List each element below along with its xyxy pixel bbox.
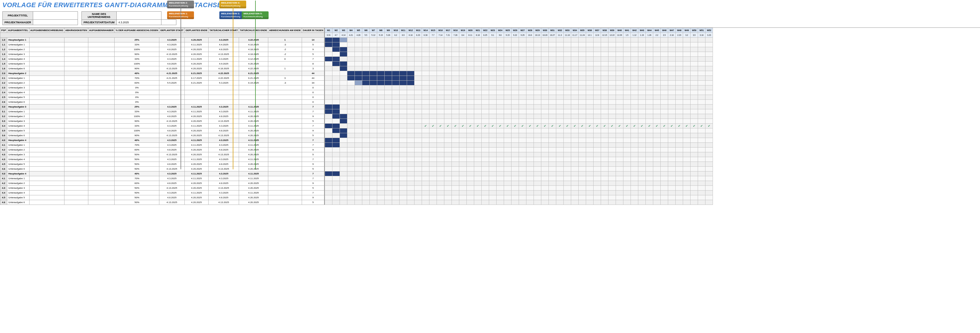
cell[interactable] xyxy=(64,176,88,181)
cell[interactable] xyxy=(239,90,268,95)
cell[interactable]: 90% xyxy=(115,66,159,71)
cell[interactable]: Unteraufgabe 4 xyxy=(7,57,30,62)
cell[interactable]: 4.3.2025 xyxy=(208,57,239,62)
cell[interactable] xyxy=(64,71,88,76)
cell[interactable] xyxy=(185,85,208,90)
cell[interactable]: 4.20.2025 xyxy=(239,152,268,157)
cell[interactable]: 4.20.2025 xyxy=(239,200,268,205)
cell[interactable] xyxy=(268,191,302,195)
cell[interactable] xyxy=(29,47,64,52)
cell[interactable]: 4.20.2025 xyxy=(185,148,208,152)
cell[interactable]: 100% xyxy=(115,128,159,133)
cell[interactable]: 5 xyxy=(302,52,324,57)
cell[interactable]: 1 xyxy=(268,66,302,71)
cell[interactable] xyxy=(64,95,88,100)
cell[interactable]: 50% xyxy=(115,167,159,171)
cell[interactable]: 4.3.2025 xyxy=(159,176,185,181)
cell[interactable] xyxy=(88,114,115,119)
cell[interactable] xyxy=(239,100,268,105)
cell[interactable]: 6.21.2025 xyxy=(185,81,208,85)
cell[interactable] xyxy=(185,95,208,100)
cell[interactable] xyxy=(29,109,64,114)
cell[interactable] xyxy=(64,191,88,195)
cell[interactable]: 4.18.2025 xyxy=(239,47,268,52)
cell[interactable]: 33% xyxy=(115,42,159,47)
cell[interactable] xyxy=(64,109,88,114)
task-row[interactable]: 4.2Unteraufgabe 260%4.8.20254.20.20254.8… xyxy=(0,181,325,186)
cell[interactable]: Hauptaufgabe 1 xyxy=(7,38,30,42)
cell[interactable]: 5 xyxy=(302,200,324,205)
cell[interactable]: 7 xyxy=(302,57,324,62)
cell[interactable]: 2.6 xyxy=(0,100,7,105)
cell[interactable]: Unteraufgabe 2 xyxy=(7,81,30,85)
cell[interactable]: 0 xyxy=(302,90,324,95)
cell[interactable]: 3 xyxy=(268,76,302,81)
cell[interactable]: Unteraufgabe 1 xyxy=(7,109,30,114)
cell[interactable]: 4.13.2025 xyxy=(208,133,239,138)
cell[interactable] xyxy=(88,195,115,200)
cell[interactable]: Unteraufgabe 1 xyxy=(7,176,30,181)
cell[interactable] xyxy=(64,128,88,133)
cell[interactable]: -3 xyxy=(268,81,302,85)
cell[interactable] xyxy=(268,62,302,66)
cell[interactable] xyxy=(64,133,88,138)
cell[interactable] xyxy=(268,148,302,152)
cell[interactable]: 60% xyxy=(115,81,159,85)
cell[interactable] xyxy=(29,152,64,157)
meta-value-project-title[interactable] xyxy=(33,12,78,20)
cell[interactable]: 0% xyxy=(115,100,159,105)
cell[interactable]: Unteraufgabe 3 xyxy=(7,152,30,157)
cell[interactable]: 4.13.2025 xyxy=(208,152,239,157)
cell[interactable] xyxy=(268,176,302,181)
cell[interactable]: 1 xyxy=(268,38,302,42)
cell[interactable]: 4.13.2025 xyxy=(208,167,239,171)
cell[interactable] xyxy=(88,133,115,138)
cell[interactable]: 4.20.2025 xyxy=(239,162,268,167)
cell[interactable] xyxy=(88,100,115,105)
cell[interactable] xyxy=(88,71,115,76)
cell[interactable]: 25% xyxy=(115,105,159,109)
cell[interactable]: 4.3 xyxy=(0,186,7,191)
cell[interactable]: 4.4 xyxy=(0,191,7,195)
cell[interactable] xyxy=(239,85,268,90)
cell[interactable] xyxy=(29,62,64,66)
cell[interactable]: 90% xyxy=(115,133,159,138)
cell[interactable] xyxy=(88,42,115,47)
cell[interactable]: 40% xyxy=(115,138,159,143)
cell[interactable]: Unteraufgabe 4 xyxy=(7,124,30,128)
cell[interactable]: Hauptaufgabe 2 xyxy=(7,71,30,76)
cell[interactable]: 4.0 xyxy=(0,171,7,176)
cell[interactable] xyxy=(64,47,88,52)
cell[interactable] xyxy=(64,148,88,152)
cell[interactable]: 1.2 xyxy=(0,47,7,52)
cell[interactable]: 60% xyxy=(115,148,159,152)
task-row[interactable]: 4.2Unteraufgabe 260%4.8.20254.20.20254.8… xyxy=(0,148,325,152)
cell[interactable] xyxy=(88,157,115,162)
task-row[interactable]: 4.3Unteraufgabe 450%4.3.20254.11.20254.3… xyxy=(0,157,325,162)
cell[interactable]: 100% xyxy=(115,62,159,66)
cell[interactable]: 9 xyxy=(302,195,324,200)
task-row[interactable]: 4.6Unteraufgabe 650%4.13.20254.20.20254.… xyxy=(0,200,325,205)
cell[interactable]: 9 xyxy=(302,162,324,167)
cell[interactable]: 4.20.2025 xyxy=(185,186,208,191)
cell[interactable]: 5 xyxy=(302,119,324,124)
cell[interactable]: 4.20.2025 xyxy=(239,119,268,124)
cell[interactable]: -2 xyxy=(268,47,302,52)
cell[interactable]: 4.11.2025 xyxy=(185,124,208,128)
cell[interactable]: 50% xyxy=(115,152,159,157)
cell[interactable] xyxy=(268,167,302,171)
task-row[interactable]: 1.2Unteraufgabe 2100%4.8.20254.20.20254.… xyxy=(0,47,325,52)
cell[interactable]: 4.12.2025 xyxy=(239,57,268,62)
cell[interactable] xyxy=(268,162,302,167)
cell[interactable]: 4.20.2025 xyxy=(185,133,208,138)
cell[interactable] xyxy=(268,133,302,138)
cell[interactable]: 4.20.2025 xyxy=(185,162,208,167)
cell[interactable] xyxy=(88,105,115,109)
cell[interactable]: 50% xyxy=(115,191,159,195)
cell[interactable]: 4.3.2025 xyxy=(208,171,239,176)
cell[interactable]: 44 xyxy=(302,76,324,81)
cell[interactable]: 6.21.2025 xyxy=(239,76,268,81)
cell[interactable]: Unteraufgabe 2 xyxy=(7,181,30,186)
cell[interactable] xyxy=(64,81,88,85)
cell[interactable] xyxy=(64,90,88,95)
